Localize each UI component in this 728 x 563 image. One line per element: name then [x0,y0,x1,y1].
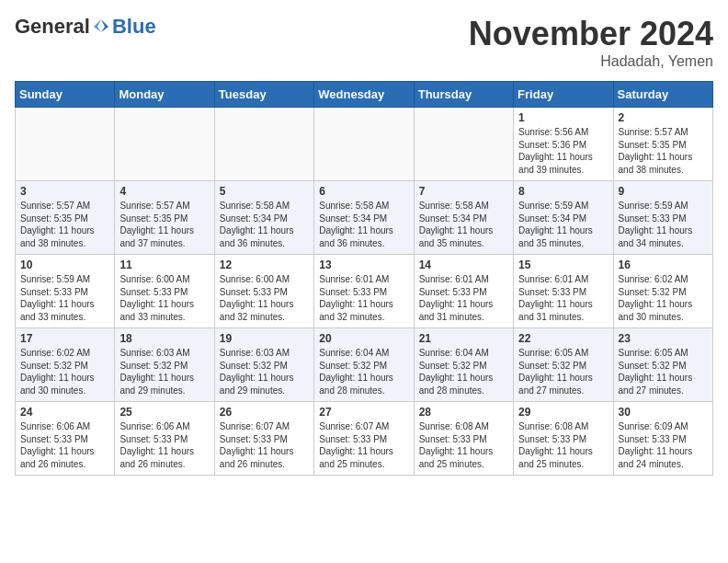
day-info: Sunrise: 6:01 AMSunset: 5:33 PMDaylight:… [518,273,608,323]
calendar-cell: 8Sunrise: 5:59 AMSunset: 5:34 PMDaylight… [514,181,613,255]
day-number: 20 [319,332,408,345]
calendar-cell: 12Sunrise: 6:00 AMSunset: 5:33 PMDayligh… [214,255,313,328]
logo: General Blue [15,15,156,39]
calendar-week-row: 17Sunrise: 6:02 AMSunset: 5:32 PMDayligh… [16,328,713,402]
day-info: Sunrise: 6:02 AMSunset: 5:32 PMDaylight:… [20,347,109,396]
calendar-cell: 29Sunrise: 6:08 AMSunset: 5:33 PMDayligh… [514,402,613,476]
day-number: 22 [518,332,608,345]
calendar-cell: 5Sunrise: 5:58 AMSunset: 5:34 PMDaylight… [214,181,313,255]
day-info: Sunrise: 6:00 AMSunset: 5:33 PMDaylight:… [220,273,309,323]
day-number: 29 [518,406,608,419]
day-number: 1 [518,111,608,124]
day-number: 9 [619,185,708,198]
calendar-cell: 21Sunrise: 6:04 AMSunset: 5:32 PMDayligh… [414,328,513,402]
day-number: 15 [518,259,608,271]
day-number: 16 [619,259,708,271]
calendar-cell: 11Sunrise: 6:00 AMSunset: 5:33 PMDayligh… [115,255,214,328]
logo-general-text: General [15,15,90,39]
calendar-cell: 13Sunrise: 6:01 AMSunset: 5:33 PMDayligh… [314,255,414,328]
day-info: Sunrise: 6:05 AMSunset: 5:32 PMDaylight:… [619,347,708,396]
day-info: Sunrise: 5:59 AMSunset: 5:33 PMDaylight:… [20,273,109,323]
day-info: Sunrise: 6:01 AMSunset: 5:33 PMDaylight:… [419,273,508,323]
location-text: Hadadah, Yemen [469,53,713,70]
day-number: 10 [20,259,109,271]
day-info: Sunrise: 6:08 AMSunset: 5:33 PMDaylight:… [518,420,608,470]
day-number: 12 [220,259,309,271]
day-info: Sunrise: 6:03 AMSunset: 5:32 PMDaylight:… [220,347,309,396]
day-number: 17 [20,332,109,345]
day-number: 21 [419,332,508,345]
day-number: 19 [220,332,309,345]
day-info: Sunrise: 5:58 AMSunset: 5:34 PMDaylight:… [220,200,309,249]
day-number: 4 [119,185,209,198]
calendar-cell: 24Sunrise: 6:06 AMSunset: 5:33 PMDayligh… [16,402,115,476]
calendar-cell: 4Sunrise: 5:57 AMSunset: 5:35 PMDaylight… [115,181,214,255]
day-number: 27 [319,406,408,419]
day-info: Sunrise: 6:01 AMSunset: 5:33 PMDaylight:… [319,273,408,323]
page-header: General Blue November 2024 Hadadah, Yeme… [15,15,713,70]
calendar-cell: 14Sunrise: 6:01 AMSunset: 5:33 PMDayligh… [414,255,513,328]
day-info: Sunrise: 5:59 AMSunset: 5:34 PMDaylight:… [518,200,608,249]
month-title: November 2024 [469,15,713,53]
calendar-week-row: 24Sunrise: 6:06 AMSunset: 5:33 PMDayligh… [16,402,713,476]
calendar-cell: 19Sunrise: 6:03 AMSunset: 5:32 PMDayligh… [214,328,313,402]
day-info: Sunrise: 6:08 AMSunset: 5:33 PMDaylight:… [419,420,508,470]
calendar-cell: 6Sunrise: 5:58 AMSunset: 5:34 PMDaylight… [314,181,414,255]
calendar-cell: 20Sunrise: 6:04 AMSunset: 5:32 PMDayligh… [314,328,414,402]
day-info: Sunrise: 6:07 AMSunset: 5:33 PMDaylight:… [319,420,408,470]
calendar-cell: 3Sunrise: 5:57 AMSunset: 5:35 PMDaylight… [16,181,115,255]
day-number: 6 [319,185,408,198]
weekday-header-tuesday: Tuesday [214,82,313,108]
calendar-cell: 28Sunrise: 6:08 AMSunset: 5:33 PMDayligh… [414,402,513,476]
day-info: Sunrise: 6:04 AMSunset: 5:32 PMDaylight:… [319,347,408,396]
day-number: 30 [619,406,708,419]
weekday-header-friday: Friday [514,82,613,108]
day-info: Sunrise: 6:06 AMSunset: 5:33 PMDaylight:… [119,420,209,470]
calendar-cell: 2Sunrise: 5:57 AMSunset: 5:35 PMDaylight… [613,108,712,181]
title-section: November 2024 Hadadah, Yemen [469,15,713,70]
day-info: Sunrise: 5:57 AMSunset: 5:35 PMDaylight:… [20,200,109,249]
day-info: Sunrise: 5:57 AMSunset: 5:35 PMDaylight:… [119,200,209,249]
day-number: 7 [419,185,508,198]
calendar-cell: 17Sunrise: 6:02 AMSunset: 5:32 PMDayligh… [16,328,115,402]
day-number: 23 [619,332,708,345]
calendar-cell: 26Sunrise: 6:07 AMSunset: 5:33 PMDayligh… [214,402,313,476]
day-number: 3 [20,185,109,198]
day-info: Sunrise: 5:58 AMSunset: 5:34 PMDaylight:… [319,200,408,249]
calendar-cell: 9Sunrise: 5:59 AMSunset: 5:33 PMDaylight… [613,181,712,255]
day-info: Sunrise: 6:04 AMSunset: 5:32 PMDaylight:… [419,347,508,396]
day-number: 5 [220,185,309,198]
weekday-header-row: SundayMondayTuesdayWednesdayThursdayFrid… [16,82,713,108]
calendar-table: SundayMondayTuesdayWednesdayThursdayFrid… [15,81,713,476]
calendar-cell: 22Sunrise: 6:05 AMSunset: 5:32 PMDayligh… [514,328,613,402]
day-number: 24 [20,406,109,419]
day-info: Sunrise: 6:07 AMSunset: 5:33 PMDaylight:… [220,420,309,470]
weekday-header-thursday: Thursday [414,82,513,108]
day-number: 2 [619,111,708,124]
calendar-cell: 15Sunrise: 6:01 AMSunset: 5:33 PMDayligh… [514,255,613,328]
weekday-header-sunday: Sunday [16,82,115,108]
calendar-week-row: 3Sunrise: 5:57 AMSunset: 5:35 PMDaylight… [16,181,713,255]
logo-icon [92,17,110,36]
day-number: 11 [119,259,209,271]
day-number: 18 [119,332,209,345]
calendar-cell: 7Sunrise: 5:58 AMSunset: 5:34 PMDaylight… [414,181,513,255]
day-number: 14 [419,259,508,271]
calendar-cell [16,108,115,181]
day-number: 26 [220,406,309,419]
calendar-week-row: 10Sunrise: 5:59 AMSunset: 5:33 PMDayligh… [16,255,713,328]
day-number: 28 [419,406,508,419]
day-info: Sunrise: 6:00 AMSunset: 5:33 PMDaylight:… [119,273,209,323]
day-info: Sunrise: 6:03 AMSunset: 5:32 PMDaylight:… [119,347,209,396]
logo-blue-text: Blue [112,15,156,39]
day-number: 25 [119,406,209,419]
calendar-cell [115,108,214,181]
calendar-cell: 10Sunrise: 5:59 AMSunset: 5:33 PMDayligh… [16,255,115,328]
day-info: Sunrise: 6:09 AMSunset: 5:33 PMDaylight:… [619,420,708,470]
calendar-cell: 27Sunrise: 6:07 AMSunset: 5:33 PMDayligh… [314,402,414,476]
calendar-cell: 23Sunrise: 6:05 AMSunset: 5:32 PMDayligh… [613,328,712,402]
calendar-cell: 18Sunrise: 6:03 AMSunset: 5:32 PMDayligh… [115,328,214,402]
calendar-cell: 1Sunrise: 5:56 AMSunset: 5:36 PMDaylight… [514,108,613,181]
calendar-week-row: 1Sunrise: 5:56 AMSunset: 5:36 PMDaylight… [16,108,713,181]
calendar-cell: 25Sunrise: 6:06 AMSunset: 5:33 PMDayligh… [115,402,214,476]
